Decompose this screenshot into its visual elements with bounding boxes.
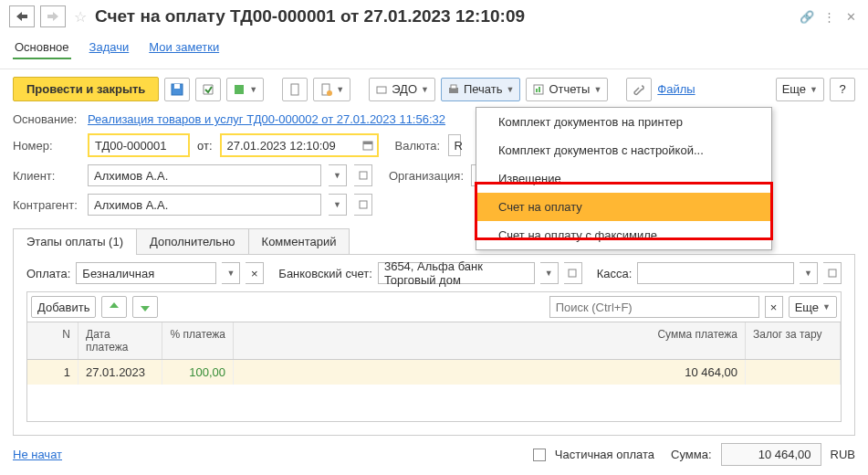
cell-n: 1 xyxy=(27,360,78,385)
kassa-open-icon[interactable] xyxy=(823,262,842,284)
svg-rect-8 xyxy=(451,85,456,89)
dd-item-komplekt-printer[interactable]: Комплект документов на принтер xyxy=(476,108,771,136)
bank-open-icon[interactable] xyxy=(564,262,582,284)
currency-input[interactable]: R xyxy=(448,134,461,156)
contragent-input[interactable]: Алхимов А.А. xyxy=(88,194,321,216)
doc-dropdown[interactable]: ▼ xyxy=(313,78,350,101)
dd-item-schet-faksimile[interactable]: Счет на оплату с факсимиле xyxy=(476,221,771,249)
calendar-icon[interactable] xyxy=(359,133,379,157)
contragent-dropdown-icon[interactable]: ▼ xyxy=(329,194,347,216)
print-dropdown: Комплект документов на принтер Комплект … xyxy=(476,107,772,250)
help-button[interactable]: ? xyxy=(830,78,855,101)
svg-rect-6 xyxy=(377,87,386,93)
from-label: от: xyxy=(197,139,213,153)
dd-item-komplekt-settings[interactable]: Комплект документов с настройкой... xyxy=(476,136,771,164)
close-icon[interactable]: ✕ xyxy=(842,8,859,25)
back-button[interactable] xyxy=(9,5,35,27)
bank-dropdown-icon[interactable]: ▼ xyxy=(540,262,559,284)
attach-button[interactable] xyxy=(626,78,652,101)
subnav-notes[interactable]: Мои заметки xyxy=(147,37,221,59)
client-input[interactable]: Алхимов А.А. xyxy=(88,164,321,186)
contragent-label: Контрагент: xyxy=(13,198,80,212)
post-close-button[interactable]: Провести и закрыть xyxy=(13,77,159,101)
number-input[interactable]: ТД00-000001 xyxy=(88,133,190,157)
row-up-button[interactable] xyxy=(101,296,127,318)
sum-label: Сумма: xyxy=(671,448,711,461)
search-clear-icon[interactable]: × xyxy=(765,296,783,318)
status-link[interactable]: Не начат xyxy=(13,448,62,461)
svg-rect-14 xyxy=(360,172,367,179)
search-input[interactable] xyxy=(549,296,759,318)
svg-rect-11 xyxy=(539,87,540,92)
forward-button[interactable] xyxy=(40,5,66,27)
dd-item-izveshenie[interactable]: Извещение xyxy=(476,164,771,193)
tabpanel: Оплата: Безналичная ▼ × Банковский счет:… xyxy=(13,255,855,436)
subnav: Основное Задачи Мои заметки xyxy=(0,33,868,69)
print-button[interactable]: Печать▼ xyxy=(441,78,521,101)
subnav-tasks[interactable]: Задачи xyxy=(88,37,131,59)
row-down-button[interactable] xyxy=(132,296,158,318)
more-icon[interactable]: ⋮ xyxy=(821,8,837,25)
reports-button[interactable]: Отчеты▼ xyxy=(526,78,608,101)
col-zalog[interactable]: Залог за тару xyxy=(746,322,841,359)
payment-label: Оплата: xyxy=(26,267,70,280)
svg-rect-1 xyxy=(174,84,180,89)
svg-point-5 xyxy=(327,90,332,96)
client-dropdown-icon[interactable]: ▼ xyxy=(329,164,347,186)
tab-additional[interactable]: Дополнительно xyxy=(136,228,249,254)
col-pct[interactable]: % платежа xyxy=(162,322,234,359)
col-sum[interactable]: Сумма платежа xyxy=(234,322,746,359)
contragent-open-icon[interactable] xyxy=(354,194,372,216)
currency-label: Валюта: xyxy=(395,139,441,153)
edo-button[interactable]: ЭДО▼ xyxy=(369,78,435,101)
header: ☆ Счет на оплату ТД00-000001 от 27.01.20… xyxy=(0,0,868,33)
date-input[interactable]: 27.01.2023 12:10:09 xyxy=(220,133,359,157)
basis-link[interactable]: Реализация товаров и услуг ТД00-000002 о… xyxy=(88,112,445,126)
payment-clear-icon[interactable]: × xyxy=(246,262,264,284)
cell-date: 27.01.2023 xyxy=(78,360,162,385)
kassa-label: Касса: xyxy=(597,267,633,280)
tab-comment[interactable]: Комментарий xyxy=(248,228,350,254)
svg-rect-16 xyxy=(569,269,576,277)
sum-currency: RUB xyxy=(831,448,855,461)
payment-dropdown-icon[interactable]: ▼ xyxy=(222,262,240,284)
more-button[interactable]: Еще▼ xyxy=(776,78,824,101)
basis-dropdown[interactable]: ▼ xyxy=(226,78,264,101)
post-button[interactable] xyxy=(195,78,221,101)
add-row-button[interactable]: Добавить xyxy=(31,296,96,318)
tab-payment-stages[interactable]: Этапы оплаты (1) xyxy=(13,228,137,254)
doc-button[interactable] xyxy=(282,78,308,101)
bank-input[interactable]: 3654, Альфа банк Торговый дом xyxy=(378,262,535,284)
basis-label: Основание: xyxy=(13,112,80,126)
svg-rect-15 xyxy=(360,201,367,208)
page-title: Счет на оплату ТД00-000001 от 27.01.2023… xyxy=(95,6,793,26)
table-row[interactable]: 1 27.01.2023 100,00 10 464,00 xyxy=(27,360,841,385)
grid-more-button[interactable]: Еще▼ xyxy=(789,296,837,318)
kassa-input[interactable] xyxy=(637,262,794,284)
save-button[interactable] xyxy=(164,78,190,101)
link-icon[interactable]: 🔗 xyxy=(799,8,815,25)
kassa-dropdown-icon[interactable]: ▼ xyxy=(800,262,818,284)
subnav-main[interactable]: Основное xyxy=(13,37,71,59)
cell-sum: 10 464,00 xyxy=(234,360,746,385)
cell-pct: 100,00 xyxy=(162,360,234,385)
bank-label: Банковский счет: xyxy=(278,267,372,280)
svg-rect-2 xyxy=(235,85,244,94)
dd-item-schet[interactable]: Счет на оплату xyxy=(476,193,771,221)
svg-rect-3 xyxy=(291,84,298,95)
number-label: Номер: xyxy=(13,139,80,153)
toolbar: Провести и закрыть ▼ ▼ ЭДО▼ Печать▼ Отче… xyxy=(0,69,868,109)
payment-grid: Добавить × Еще▼ N Дата платежа % платежа… xyxy=(26,291,842,422)
payment-type-input[interactable]: Безналичная xyxy=(76,262,216,284)
col-n[interactable]: N xyxy=(27,322,78,359)
client-open-icon[interactable] xyxy=(354,164,372,186)
sum-value: 10 464,00 xyxy=(721,443,821,466)
svg-rect-13 xyxy=(363,142,372,144)
partial-checkbox[interactable] xyxy=(533,449,546,461)
col-date[interactable]: Дата платежа xyxy=(78,322,162,359)
star-icon[interactable]: ☆ xyxy=(71,5,89,27)
partial-label: Частичная оплата xyxy=(555,448,654,461)
files-link[interactable]: Файлы xyxy=(657,82,695,96)
svg-rect-10 xyxy=(536,89,538,92)
svg-rect-17 xyxy=(829,269,836,277)
